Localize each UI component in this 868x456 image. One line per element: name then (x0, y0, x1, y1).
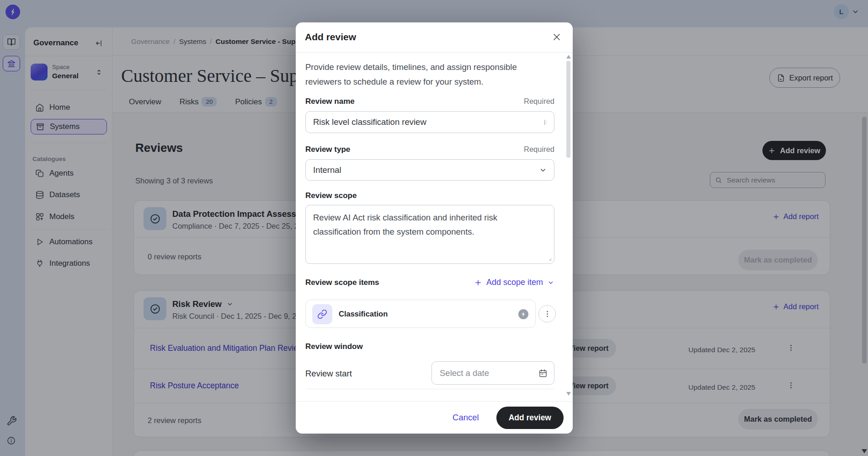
review-type-label-row: Review type Required (305, 145, 554, 154)
review-type-select[interactable]: Internal (305, 159, 554, 181)
modal-scrollbar-down-arrow[interactable] (566, 392, 571, 396)
review-type-label: Review type (305, 145, 350, 154)
review-scope-field (305, 205, 554, 264)
required-label: Required (524, 145, 554, 154)
scope-item-classification: Classification (305, 300, 536, 328)
screen: L Governance Space General Home (0, 0, 868, 456)
modal-scrollbar-up-arrow[interactable] (566, 55, 571, 59)
review-type-value: Internal (313, 165, 341, 175)
review-scope-items-label: Review scope items (305, 278, 379, 287)
modal-description: Provide review details, timelines, and a… (305, 60, 536, 89)
modal-header: Add review (296, 22, 573, 53)
modal-title: Add review (305, 32, 356, 43)
review-name-label: Review name (305, 97, 355, 106)
modal-body: Provide review details, timelines, and a… (296, 53, 573, 401)
auto-generated-bolt-icon (518, 309, 528, 319)
link-icon (312, 304, 332, 324)
chevron-down-icon (547, 279, 554, 286)
review-start-date-input[interactable] (432, 362, 554, 384)
review-start-date-field (431, 361, 554, 385)
chevron-down-icon (539, 166, 547, 174)
scope-items-header: Review scope items Add scope item (305, 278, 554, 287)
text-cursor-icon (542, 118, 549, 126)
review-name-field (305, 111, 554, 133)
modal-footer: Cancel Add review (296, 401, 573, 434)
scope-item-name: Classification (339, 310, 388, 318)
modal-scrollbar-thumb[interactable] (566, 61, 570, 158)
review-window-label: Review window (305, 342, 363, 351)
plus-icon (474, 279, 482, 287)
add-scope-item-button[interactable]: Add scope item (474, 278, 554, 287)
close-icon[interactable] (552, 32, 562, 42)
review-name-input[interactable] (306, 112, 554, 133)
submit-add-review-button[interactable]: Add review (496, 407, 564, 429)
resize-handle-icon[interactable] (546, 256, 552, 262)
required-label: Required (524, 97, 554, 106)
add-review-modal: Add review Provide review details, timel… (296, 22, 573, 434)
review-name-label-row: Review name Required (305, 97, 554, 106)
review-scope-label-row: Review scope (305, 191, 554, 200)
divider (305, 389, 554, 389)
scope-item-kebab-menu[interactable] (538, 305, 556, 322)
review-scope-label: Review scope (305, 191, 357, 200)
review-start-label: Review start (305, 369, 352, 379)
review-scope-textarea[interactable] (306, 205, 554, 263)
cancel-button[interactable]: Cancel (453, 413, 479, 423)
calendar-icon[interactable] (538, 369, 548, 378)
